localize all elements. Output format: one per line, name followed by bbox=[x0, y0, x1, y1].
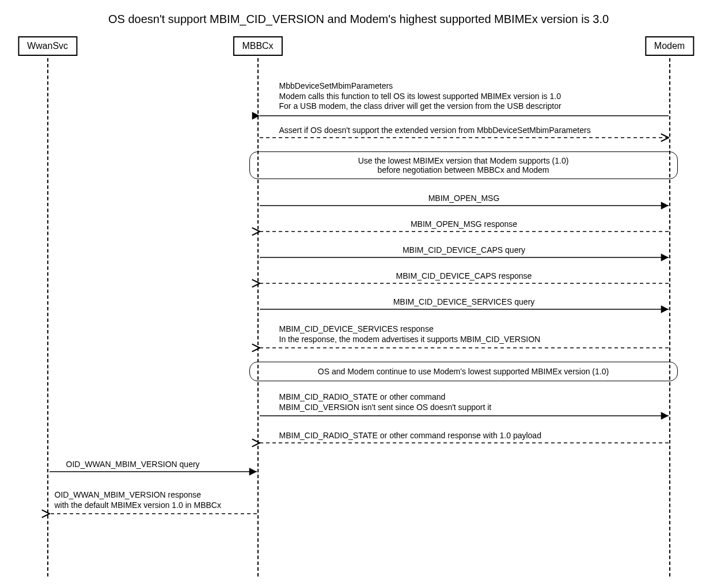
msg1-arrow bbox=[259, 112, 670, 119]
msg1-line1: MbbDeviceSetMbimParameters bbox=[279, 81, 393, 90]
lifeline-mbbcx bbox=[257, 58, 259, 576]
msg4-label: MBIM_OPEN_MSG response bbox=[411, 219, 517, 230]
actor-modem: Modem bbox=[645, 36, 694, 56]
msg1-line2: Modem calls this function to tell OS its… bbox=[279, 92, 561, 101]
msg9-label: MBIM_CID_RADIO_STATE or other command MB… bbox=[279, 392, 492, 412]
msg8-label: MBIM_CID_DEVICE_SERVICES response In the… bbox=[279, 324, 541, 344]
msg2-label: Assert if OS doesn't support the extende… bbox=[279, 126, 591, 136]
msg8-line1: MBIM_CID_DEVICE_SERVICES response bbox=[279, 324, 434, 333]
msg6-label: MBIM_CID_DEVICE_CAPS response bbox=[396, 271, 532, 282]
msg10-label: MBIM_CID_RADIO_STATE or other command re… bbox=[279, 431, 541, 441]
msg12-line1: OID_WWAN_MBIM_VERSION response bbox=[55, 490, 202, 499]
msg8-line2: In the response, the modem advertises it… bbox=[279, 335, 541, 344]
msg9-line1: MBIM_CID_RADIO_STATE or other command bbox=[279, 392, 446, 401]
msg11-label: OID_WWAN_MBIM_VERSION query bbox=[66, 460, 200, 470]
note1-line1: Use the lowest MBIMEx version that Modem… bbox=[358, 156, 569, 165]
msg5-label: MBIM_CID_DEVICE_CAPS query bbox=[403, 245, 525, 256]
note2-text: OS and Modem continue to use Modem's low… bbox=[318, 367, 609, 376]
note1: Use the lowest MBIMEx version that Modem… bbox=[249, 151, 678, 179]
msg7-label: MBIM_CID_DEVICE_SERVICES query bbox=[393, 297, 535, 308]
msg9-line2: MBIM_CID_VERSION isn't sent since OS doe… bbox=[279, 403, 492, 412]
note1-line2: before negotiation between MBBCx and Mod… bbox=[377, 165, 549, 174]
diagram-title: OS doesn't support MBIM_CID_VERSION and … bbox=[12, 13, 705, 26]
lifeline-wwansvc bbox=[47, 58, 48, 576]
msg1-label: MbbDeviceSetMbimParameters Modem calls t… bbox=[279, 81, 562, 112]
msg12-arrow bbox=[48, 510, 258, 517]
sequence-diagram: WwanSvc MBBCx Modem bbox=[13, 36, 704, 578]
msg12-line2: with the default MBIMEx version 1.0 in M… bbox=[55, 500, 221, 510]
msg9-arrow bbox=[259, 412, 670, 419]
msg12-label: OID_WWAN_MBIM_VERSION response with the … bbox=[55, 490, 221, 510]
msg8-arrow bbox=[259, 344, 670, 351]
note2: OS and Modem continue to use Modem's low… bbox=[249, 362, 678, 381]
actor-mbbcx: MBBCx bbox=[233, 36, 282, 56]
lifeline-modem bbox=[669, 58, 670, 576]
msg3-label: MBIM_OPEN_MSG bbox=[428, 194, 500, 204]
actor-wwansvc: WwanSvc bbox=[18, 36, 77, 56]
msg1-line3: For a USB modem, the class driver will g… bbox=[279, 101, 562, 111]
